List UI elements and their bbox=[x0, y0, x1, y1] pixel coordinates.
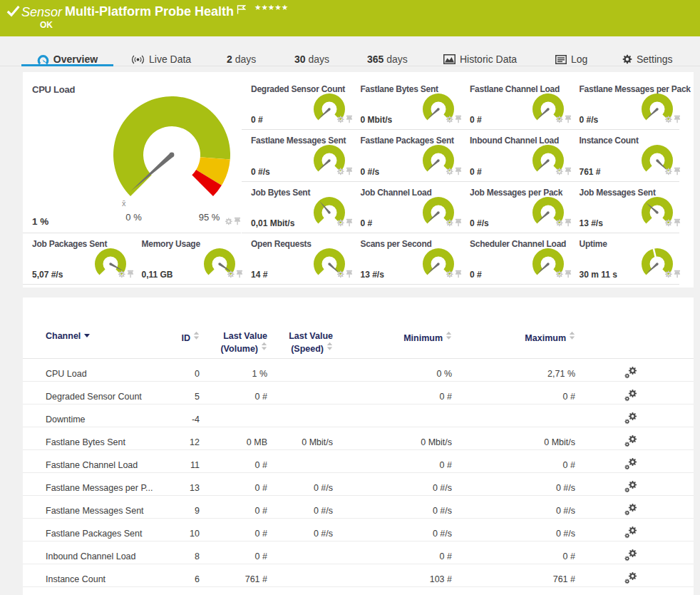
channel-name[interactable]: Instance Count bbox=[23, 564, 181, 587]
channel-settings-button[interactable] bbox=[578, 473, 694, 496]
sort-carets-icon bbox=[569, 331, 575, 343]
channel-settings-button[interactable] bbox=[578, 405, 694, 427]
gauge-open-requests: Open Requests 14 # bbox=[242, 233, 351, 285]
channel-maximum: 0 # bbox=[455, 541, 578, 564]
gear-icon[interactable] bbox=[336, 116, 344, 123]
channel-minimum: 0 % bbox=[336, 359, 455, 382]
gauge-title: Open Requests bbox=[251, 239, 312, 249]
gauge-job-packages-sent: Job Packages Sent 5,07 #/s bbox=[23, 233, 133, 285]
channel-last-value-volume bbox=[202, 405, 270, 427]
gauge-value: 1 % bbox=[32, 216, 48, 227]
channel-name[interactable]: Fastlane Packages Sent bbox=[23, 519, 181, 541]
gear-icon[interactable] bbox=[227, 271, 235, 278]
gauge-icon bbox=[37, 55, 49, 66]
channel-name[interactable]: CPU Load bbox=[23, 359, 181, 382]
channel-maximum: 761 # bbox=[455, 564, 578, 587]
channel-minimum: 0 #/s bbox=[336, 473, 455, 496]
gauge-value: 0 #/s bbox=[580, 115, 599, 125]
gauges-panel: CPU Load x̄ 0 % 95 % 1 % Degraded Sensor… bbox=[23, 72, 694, 288]
pin-icon[interactable] bbox=[674, 219, 680, 226]
channel-name[interactable]: Downtime bbox=[23, 405, 181, 427]
channel-last-value-speed bbox=[270, 405, 336, 427]
gear-icon[interactable] bbox=[555, 271, 562, 278]
gauge-icons bbox=[227, 268, 243, 281]
gear-icon[interactable] bbox=[665, 219, 672, 226]
gauge-instance-count: Instance Count 761 # bbox=[570, 130, 680, 181]
channel-settings-button[interactable] bbox=[578, 382, 694, 405]
gauge-value: 0 #/s bbox=[470, 218, 489, 228]
column-header-channel[interactable]: Channel bbox=[23, 331, 181, 359]
gear-icon[interactable] bbox=[555, 116, 562, 123]
column-header-last-value-speed[interactable]: Last Value(Speed) bbox=[270, 331, 336, 359]
gauge-value: 0,11 GB bbox=[142, 270, 173, 280]
gear-icon[interactable] bbox=[446, 116, 453, 123]
channel-last-value-speed: 0 #/s bbox=[270, 473, 336, 496]
gear-icon[interactable] bbox=[446, 219, 453, 226]
channel-name[interactable]: Degraded Sensor Count bbox=[23, 382, 181, 405]
sort-carets-icon bbox=[261, 342, 267, 354]
channel-id: -4 bbox=[181, 405, 202, 427]
channel-maximum: 0 #/s bbox=[455, 519, 578, 541]
priority-flag-icon[interactable] bbox=[237, 4, 246, 17]
gear-icon[interactable] bbox=[665, 168, 672, 175]
gear-icon[interactable] bbox=[665, 271, 672, 278]
gear-icon[interactable] bbox=[118, 271, 125, 278]
gauge-value: 13 #/s bbox=[361, 270, 384, 280]
channel-settings-button[interactable] bbox=[578, 427, 694, 450]
channel-last-value-volume: 0 # bbox=[202, 519, 270, 541]
gauge-icons bbox=[446, 268, 462, 281]
channel-name[interactable]: Inbound Channel Load bbox=[23, 541, 181, 564]
gauge-title: Fastlane Messages per Pack bbox=[580, 84, 691, 94]
tab-log[interactable]: Log bbox=[555, 54, 587, 65]
channel-last-value-speed bbox=[270, 541, 336, 564]
column-header-id[interactable]: ID bbox=[181, 331, 202, 359]
channel-name[interactable]: Fastlane Messages per P... bbox=[23, 473, 181, 496]
gear-icon[interactable] bbox=[665, 116, 672, 123]
gear-icon[interactable] bbox=[555, 168, 562, 175]
gear-icon[interactable] bbox=[446, 168, 453, 175]
channel-settings-button[interactable] bbox=[578, 564, 694, 587]
tab-30-days[interactable]: 30 days bbox=[294, 54, 329, 65]
pin-icon[interactable] bbox=[674, 116, 680, 123]
tab-overview[interactable]: Overview bbox=[21, 54, 113, 65]
channel-last-value-volume: 0 # bbox=[202, 382, 270, 405]
channel-settings-button[interactable] bbox=[578, 359, 694, 382]
gauge-min-label: 0 % bbox=[100, 212, 168, 223]
gear-icon[interactable] bbox=[336, 219, 344, 226]
log-icon bbox=[555, 55, 567, 66]
tab-365-days[interactable]: 365 days bbox=[367, 54, 408, 65]
gauge-icons bbox=[336, 113, 353, 126]
channel-maximum: 0 # bbox=[455, 450, 578, 473]
gauge-mean-marker: x̄ bbox=[122, 199, 126, 208]
area-chart-icon bbox=[443, 54, 455, 66]
channel-settings-button[interactable] bbox=[578, 541, 694, 564]
sensor-title: Multi-Platform Probe Health bbox=[65, 4, 234, 19]
channel-name[interactable]: Fastlane Bytes Sent bbox=[23, 427, 181, 450]
channel-settings-button[interactable] bbox=[578, 519, 694, 541]
channel-name[interactable]: Fastlane Channel Load bbox=[23, 450, 181, 473]
channel-settings-button[interactable] bbox=[578, 450, 694, 473]
tab-settings[interactable]: Settings bbox=[622, 54, 673, 65]
channel-name[interactable]: Fastlane Messages Sent bbox=[23, 496, 181, 519]
gear-icon[interactable] bbox=[446, 271, 453, 278]
column-header-last-value-volume[interactable]: Last Value(Volume) bbox=[202, 331, 270, 359]
gear-icon[interactable] bbox=[336, 271, 344, 278]
gauge-icons bbox=[555, 113, 572, 126]
pin-icon[interactable] bbox=[674, 167, 680, 174]
gear-icon[interactable] bbox=[555, 219, 562, 226]
gauge-icons bbox=[446, 166, 462, 178]
ok-check-icon bbox=[6, 5, 20, 20]
priority-stars[interactable]: ★★★★★ bbox=[254, 3, 288, 11]
pin-icon[interactable] bbox=[674, 270, 680, 278]
column-header-maximum[interactable]: Maximum bbox=[455, 331, 578, 359]
tab-2-days[interactable]: 2 days bbox=[227, 54, 256, 65]
channel-settings-button[interactable] bbox=[578, 496, 694, 519]
channel-row: Fastlane Channel Load 11 0 # 0 # 0 # bbox=[23, 450, 694, 473]
tab-live-data[interactable]: Live Data bbox=[131, 54, 191, 65]
gear-icon[interactable] bbox=[225, 218, 232, 225]
column-header-minimum[interactable]: Minimum bbox=[336, 331, 455, 359]
gear-icon[interactable] bbox=[336, 168, 344, 175]
gauge-degraded-sensor-count: Degraded Sensor Count 0 # bbox=[242, 78, 351, 130]
pin-icon[interactable] bbox=[235, 218, 240, 225]
tab-historic-data[interactable]: Historic Data bbox=[443, 54, 517, 65]
